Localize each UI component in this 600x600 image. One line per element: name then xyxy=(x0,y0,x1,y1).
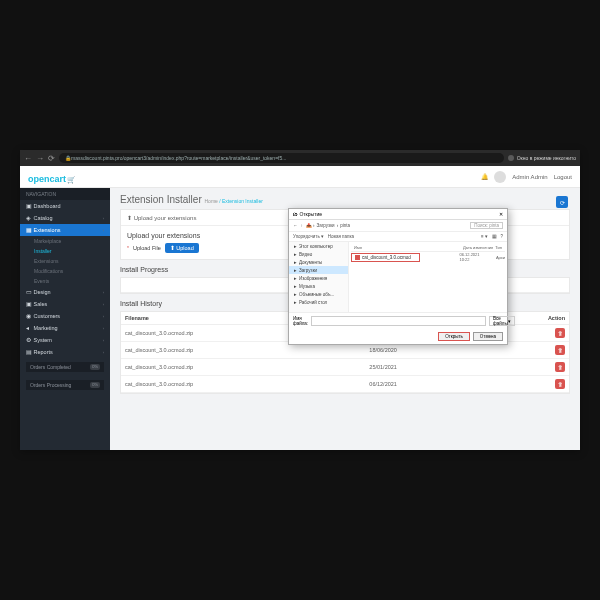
sidebar-sub-extensions[interactable]: Extensions xyxy=(20,256,110,266)
chevron-right-icon: › xyxy=(103,326,104,331)
sidebar-item-marketing[interactable]: ◂ Marketing› xyxy=(20,322,110,334)
sidebar-item-customers[interactable]: ◉ Customers› xyxy=(20,310,110,322)
path-breadcrumb[interactable]: 📥 › Загрузки › pinta xyxy=(306,223,350,228)
chevron-right-icon: › xyxy=(103,338,104,343)
dialog-sidebar: ▸ Этот компьютер▸ Видео▸ Документы▸ Загр… xyxy=(289,242,349,312)
sidebar-item-system[interactable]: ⚙ System› xyxy=(20,334,110,346)
gear-icon: ⚙ xyxy=(26,337,32,343)
display-icon: ▭ xyxy=(26,289,32,295)
sidebar-item-dashboard[interactable]: ▣ Dashboard xyxy=(20,200,110,212)
incognito-icon xyxy=(508,155,514,161)
user-area: 🔔 Admin Admin Logout xyxy=(481,171,572,183)
cart-icon: ▣ xyxy=(26,301,32,307)
sidebar-sub-installer[interactable]: Installer xyxy=(20,246,110,256)
required-indicator: * xyxy=(127,245,129,251)
filename-label: Имя файла: xyxy=(293,316,308,326)
app-header: opencart🛒 🔔 Admin Admin Logout xyxy=(20,166,580,188)
tag-icon: ◈ xyxy=(26,215,32,221)
url-bar[interactable]: 🔒 massdiscount.pinta.pro/opencart3/admin… xyxy=(59,153,504,163)
cart-icon: 🛒 xyxy=(67,176,76,183)
sidebar-sub-events[interactable]: Events xyxy=(20,276,110,286)
sidebar-item-reports[interactable]: ▤ Reports› xyxy=(20,346,110,358)
status-orders-completed: Orders Completed0% xyxy=(26,362,104,372)
sidebar-sub-modifications[interactable]: Modifications xyxy=(20,266,110,276)
delete-button[interactable]: 🗑 xyxy=(555,345,565,355)
table-row: cat_discount_3.0.ocmod.zip25/01/2021🗑 xyxy=(121,359,569,376)
delete-button[interactable]: 🗑 xyxy=(555,328,565,338)
cell-date: 25/01/2021 xyxy=(365,359,488,376)
folder-icon: ▸ xyxy=(294,260,297,265)
file-open-dialog: 🗁 Открытие ✕ ← ↑ 📥 › Загрузки › pinta По… xyxy=(288,208,508,345)
dialog-side-item[interactable]: ▸ Видео xyxy=(289,250,348,258)
folder-icon: ▸ xyxy=(294,300,297,305)
folder-icon: ▸ xyxy=(294,284,297,289)
dialog-side-item[interactable]: ▸ Рабочий стол xyxy=(289,298,348,306)
chevron-right-icon: › xyxy=(103,216,104,221)
sidebar-item-sales[interactable]: ▣ Sales› xyxy=(20,298,110,310)
folder-icon: ▸ xyxy=(294,244,297,249)
chevron-right-icon: › xyxy=(103,314,104,319)
cancel-button[interactable]: Отмена xyxy=(473,332,503,341)
file-item-selected[interactable]: cat_discount_3.0.ocmod xyxy=(351,253,420,262)
dialog-side-item[interactable]: ▸ Изображения xyxy=(289,274,348,282)
folder-icon: ▸ xyxy=(294,276,297,281)
view-options[interactable]: ≡ ▾ ▦ ? xyxy=(481,234,503,239)
back-icon[interactable]: ← xyxy=(24,154,32,163)
breadcrumb-home[interactable]: Home xyxy=(205,198,218,204)
cell-filename: cat_discount_3.0.ocmod.zip xyxy=(121,359,365,376)
sidebar-item-extensions[interactable]: ▦ Extensions› xyxy=(20,224,110,236)
url-text: massdiscount.pinta.pro/opencart3/admin/i… xyxy=(71,155,286,161)
organize-menu[interactable]: Упорядочить xyxy=(293,234,320,239)
browser-window: ← → ⟳ 🔒 massdiscount.pinta.pro/opencart3… xyxy=(20,150,580,450)
dialog-side-item[interactable]: ▸ Музыка xyxy=(289,282,348,290)
chevron-right-icon: › xyxy=(103,350,104,355)
new-folder-button[interactable]: Новая папка xyxy=(328,234,354,239)
share-icon: ◂ xyxy=(26,325,32,331)
forward-icon[interactable]: → xyxy=(36,154,44,163)
filename-input[interactable] xyxy=(311,316,486,326)
username[interactable]: Admin Admin xyxy=(512,174,547,180)
dialog-toolbar: Упорядочить ▾ Новая папка ≡ ▾ ▦ ? xyxy=(289,232,507,242)
close-icon[interactable]: ✕ xyxy=(499,211,503,217)
delete-button[interactable]: 🗑 xyxy=(555,362,565,372)
breadcrumb-current: Extension Installer xyxy=(222,198,263,204)
status-orders-processing: Orders Processing0% xyxy=(26,380,104,390)
delete-button[interactable]: 🗑 xyxy=(555,379,565,389)
nav-back-icon[interactable]: ← xyxy=(293,223,298,228)
folder-icon: ▸ xyxy=(294,252,297,257)
dialog-titlebar: 🗁 Открытие ✕ xyxy=(289,209,507,220)
file-type: Архи xyxy=(496,255,505,260)
avatar[interactable] xyxy=(494,171,506,183)
dialog-side-item[interactable]: ▸ Этот компьютер xyxy=(289,242,348,250)
logo: opencart🛒 xyxy=(28,168,76,186)
refresh-button[interactable]: ⟳ xyxy=(556,196,568,208)
open-button[interactable]: Открыть xyxy=(438,332,470,341)
sidebar-sub-marketplace[interactable]: Marketplace xyxy=(20,236,110,246)
logout-link[interactable]: Logout xyxy=(554,174,572,180)
dialog-path-bar: ← ↑ 📥 › Загрузки › pinta Поиск: pinta xyxy=(289,220,507,232)
bell-icon[interactable]: 🔔 xyxy=(481,173,488,180)
sidebar-item-design[interactable]: ▭ Design› xyxy=(20,286,110,298)
nav-heading: NAVIGATION xyxy=(20,188,110,200)
chart-icon: ▤ xyxy=(26,349,32,355)
sidebar-item-catalog[interactable]: ◈ Catalog› xyxy=(20,212,110,224)
puzzle-icon: ▦ xyxy=(26,227,32,233)
dialog-side-item[interactable]: ▸ Объемные объ... xyxy=(289,290,348,298)
archive-icon xyxy=(355,255,360,260)
upload-button[interactable]: ⬆ Upload xyxy=(165,243,199,253)
reload-icon[interactable]: ⟳ xyxy=(48,154,55,163)
dialog-side-item[interactable]: ▸ Документы xyxy=(289,258,348,266)
folder-icon: ▸ xyxy=(294,292,297,297)
table-row: cat_discount_3.0.ocmod.zip06/12/2021🗑 xyxy=(121,376,569,393)
incognito-indicator: Окно в режиме инкогнито xyxy=(508,155,576,161)
file-list-header: ИмяДата изменения Тип xyxy=(351,244,505,252)
upload-label: Upload File xyxy=(133,245,161,251)
nav-up-icon[interactable]: ↑ xyxy=(301,223,303,228)
logo-text: opencart xyxy=(28,174,66,184)
dialog-search[interactable]: Поиск: pinta xyxy=(470,222,503,229)
dialog-side-item[interactable]: ▸ Загрузки xyxy=(289,266,348,274)
filetype-filter[interactable]: Все файлы ▾ xyxy=(489,316,515,326)
browser-chrome: ← → ⟳ 🔒 massdiscount.pinta.pro/opencart3… xyxy=(20,150,580,166)
cell-date: 06/12/2021 xyxy=(365,376,488,393)
chevron-right-icon: › xyxy=(103,228,104,233)
